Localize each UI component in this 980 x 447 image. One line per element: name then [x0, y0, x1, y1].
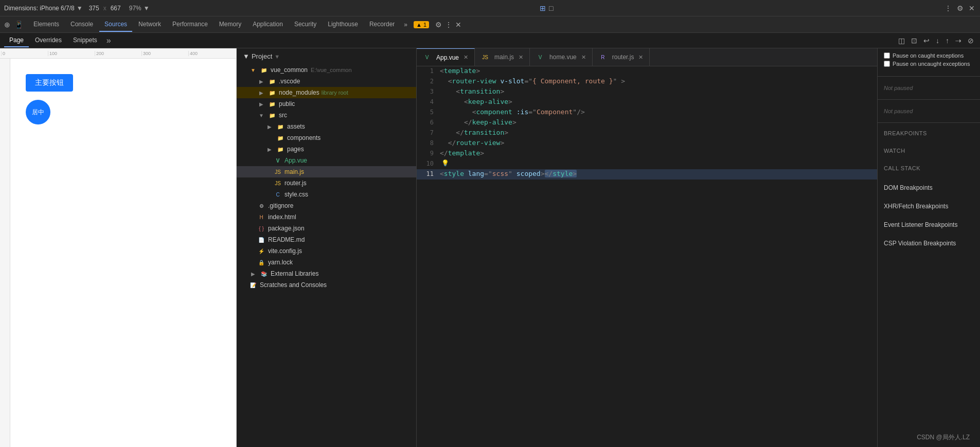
circle-button[interactable]: 居中: [26, 100, 50, 124]
not-paused-2-section: Not paused: [878, 103, 980, 119]
tab-security[interactable]: Security: [289, 17, 322, 32]
css-file-icon: C: [274, 190, 282, 199]
call-stack-title[interactable]: Call Stack: [884, 165, 974, 171]
tree-item-vite-config[interactable]: ⚡ vite.config.js: [237, 245, 416, 257]
step-over-icon[interactable]: ↓: [934, 35, 941, 46]
close-devtools-icon[interactable]: ✕: [968, 3, 976, 13]
zoom-chevron-icon[interactable]: ▼: [144, 5, 150, 12]
bulb-icon[interactable]: 💡: [440, 159, 450, 167]
subtab-snippets[interactable]: Snippets: [68, 34, 102, 47]
step-out-icon[interactable]: ↑: [943, 35, 951, 46]
js-tab-icon: JS: [481, 53, 489, 61]
tree-item-components[interactable]: 📁 components: [237, 132, 416, 144]
tab-console[interactable]: Console: [65, 17, 98, 32]
tree-item-label: assets: [287, 123, 305, 130]
tree-item-public[interactable]: ▶ 📁 public: [237, 98, 416, 110]
code-line-11: 11 <style lang="scss" scoped></style>: [417, 169, 877, 180]
line-number: 5: [417, 108, 440, 116]
tree-item-pages[interactable]: ▶ 📁 pages: [237, 144, 416, 155]
tree-item-scratches[interactable]: 📝 Scratches and Consoles: [237, 279, 416, 291]
project-header[interactable]: ▼ Project ▼: [237, 48, 416, 64]
editor-tab-home-vue[interactable]: V home.vue ✕: [530, 48, 593, 66]
tab-performance[interactable]: Performance: [167, 17, 213, 32]
folder-expand-icon: ▼: [257, 111, 265, 119]
tab-application[interactable]: Application: [247, 17, 288, 32]
tree-item-index-html[interactable]: H index.html: [237, 211, 416, 223]
device-height: 667: [111, 5, 121, 12]
step-back-icon[interactable]: ↩: [921, 35, 932, 46]
code-line-2: 2 <router-view v-slot="{ Component, rout…: [417, 77, 877, 87]
editor-tab-app-vue[interactable]: V App.vue ✕: [417, 48, 475, 66]
tree-item-vue-common[interactable]: ▼ 📁 vue_common E:\vue_common: [237, 64, 416, 76]
inspect-icon[interactable]: ⊕: [4, 21, 10, 29]
primary-button[interactable]: 主要按钮: [26, 74, 73, 92]
tree-item-node-modules[interactable]: ▶ 📁 node_modules library root: [237, 87, 416, 98]
editor-tab-router-js[interactable]: R router.js ✕: [593, 48, 650, 66]
device-toggle-icon[interactable]: □: [549, 4, 553, 12]
tree-item-router-js[interactable]: JS router.js: [237, 177, 416, 189]
tree-item-app-vue[interactable]: V App.vue: [237, 155, 416, 166]
tree-item-assets[interactable]: ▶ 📁 assets: [237, 121, 416, 132]
tab-network[interactable]: Network: [133, 17, 166, 32]
csp-breakpoints-item[interactable]: CSP Violation Breakpoints: [884, 238, 974, 248]
code-editor[interactable]: 1 <template> 2 <router-view v-slot="{ Co…: [417, 66, 877, 447]
toggle-sidebar-icon[interactable]: ◫: [896, 35, 907, 46]
tab-sources[interactable]: Sources: [99, 17, 132, 32]
zoom-level[interactable]: 97%: [129, 5, 141, 12]
tree-item-label: router.js: [284, 180, 307, 187]
tab-lighthouse[interactable]: Lighthouse: [323, 17, 363, 32]
tree-item-external-libs[interactable]: ▶ 📚 External Libraries: [237, 268, 416, 279]
pause-caught-checkbox[interactable]: [884, 52, 890, 59]
tab-recorder[interactable]: Recorder: [364, 17, 400, 32]
tab-memory[interactable]: Memory: [214, 17, 246, 32]
watch-title[interactable]: Watch: [884, 148, 974, 154]
device-mode-icon[interactable]: 📱: [14, 21, 23, 29]
divider: [878, 99, 980, 100]
tree-item-main-js[interactable]: JS main.js: [237, 166, 416, 177]
close-tab-icon[interactable]: ✕: [581, 54, 586, 61]
settings-icon[interactable]: ⚙: [956, 3, 965, 13]
gear-icon[interactable]: ⚙: [434, 20, 443, 30]
subtab-page[interactable]: Page: [4, 34, 29, 47]
code-line-8: 8 </router-view>: [417, 138, 877, 149]
code-line-9: 9 </template>: [417, 149, 877, 159]
tree-item-gitignore[interactable]: ⚙ .gitignore: [237, 200, 416, 211]
event-breakpoints-item[interactable]: Event Listener Breakpoints: [884, 220, 974, 230]
split-editor-icon[interactable]: ⊡: [909, 35, 919, 46]
tree-item-yarn-lock[interactable]: 🔒 yarn.lock: [237, 257, 416, 268]
ellipsis-icon[interactable]: ⋮: [444, 20, 453, 30]
ruler-mark: 200: [95, 51, 141, 56]
breakpoints-title[interactable]: Breakpoints: [884, 130, 974, 136]
editor-tab-main-js[interactable]: JS main.js ✕: [475, 48, 530, 66]
right-panel: Pause on caught exceptions Pause on unca…: [877, 48, 980, 447]
tree-item-style-css[interactable]: C style.css: [237, 189, 416, 200]
tree-item-readme[interactable]: 📄 README.md: [237, 234, 416, 245]
xhr-breakpoints-item[interactable]: XHR/Fetch Breakpoints: [884, 201, 974, 211]
responsive-icon[interactable]: ⊞: [540, 4, 546, 12]
close-panel-icon[interactable]: ✕: [454, 20, 462, 30]
deactivate-breakpoints-icon[interactable]: ⊘: [966, 35, 976, 46]
subtab-overrides[interactable]: Overrides: [30, 34, 67, 47]
code-content: </template>: [440, 149, 877, 157]
close-tab-icon[interactable]: ✕: [638, 54, 643, 61]
dom-breakpoints-item[interactable]: DOM Breakpoints: [884, 183, 974, 193]
device-chevron-icon[interactable]: ▼: [77, 5, 83, 12]
close-tab-icon[interactable]: ✕: [464, 54, 468, 61]
filetree-panel: ▼ Project ▼ ▼ 📁 vue_common E:\vue_common…: [237, 48, 417, 447]
tab-elements[interactable]: Elements: [28, 17, 64, 32]
tree-item-vscode[interactable]: ▶ 📁 .vscode: [237, 76, 416, 87]
js-file-icon: JS: [274, 168, 282, 176]
tree-item-src[interactable]: ▼ 📁 src: [237, 110, 416, 121]
close-tab-icon[interactable]: ✕: [519, 54, 523, 61]
xhr-breakpoints-section: XHR/Fetch Breakpoints: [878, 197, 980, 216]
pause-uncaught-checkbox[interactable]: [884, 61, 890, 67]
tree-item-package-json[interactable]: { } package.json: [237, 223, 416, 234]
more-options-icon[interactable]: ⋮: [943, 3, 953, 13]
more-tabs-icon[interactable]: »: [401, 19, 411, 30]
vite-file-icon: ⚡: [257, 247, 265, 255]
code-content: </router-view>: [440, 139, 877, 147]
project-chevron-small[interactable]: ▼: [274, 53, 280, 60]
more-subtabs-icon[interactable]: »: [103, 34, 114, 47]
continue-icon[interactable]: ⇢: [953, 35, 964, 46]
sources-subtabs: Page Overrides Snippets » ◫ ⊡ ↩ ↓ ↑ ⇢ ⊘: [0, 33, 980, 48]
